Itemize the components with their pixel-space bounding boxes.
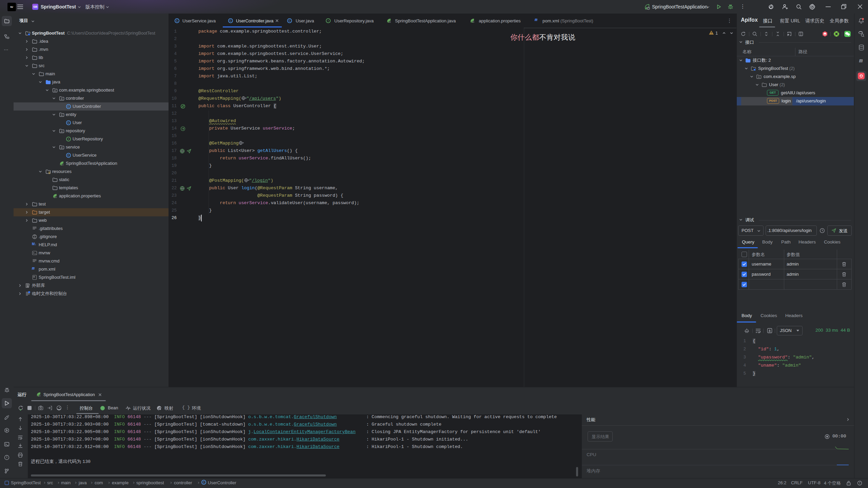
svg-text:C: C [176, 19, 178, 22]
svg-text:C: C [67, 105, 70, 108]
svg-text:C: C [289, 19, 291, 22]
svg-text:I: I [68, 137, 69, 141]
svg-text:C: C [203, 481, 205, 484]
svg-text:C: C [67, 121, 70, 124]
svg-text:I: I [328, 19, 329, 22]
svg-text:C: C [67, 154, 70, 157]
svg-text:C: C [230, 19, 232, 22]
